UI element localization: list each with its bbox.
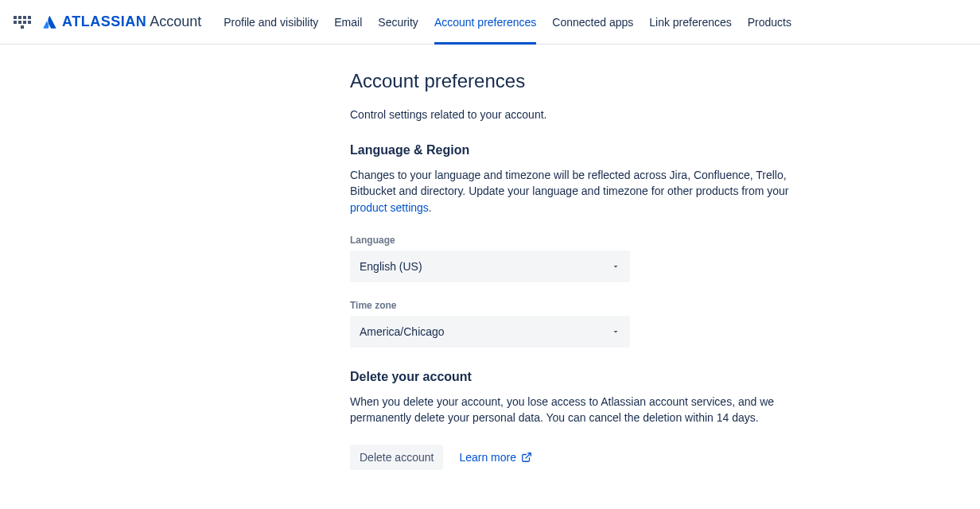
link-text: Learn more: [459, 451, 516, 464]
chevron-down-icon: [609, 260, 622, 273]
delete-account-description: When you delete your account, you lose a…: [350, 394, 811, 426]
nav-connected-apps[interactable]: Connected apps: [552, 0, 633, 44]
external-link-icon: [521, 452, 532, 463]
nav-products[interactable]: Products: [748, 0, 791, 44]
page-title: Account preferences: [350, 70, 853, 92]
svg-line-0: [526, 453, 531, 458]
language-region-description: Changes to your language and timezone wi…: [350, 167, 811, 216]
nav-account-preferences[interactable]: Account preferences: [434, 0, 536, 44]
app-switcher-icon[interactable]: [13, 13, 32, 32]
language-label: Language: [350, 235, 853, 246]
language-select[interactable]: English (US): [350, 251, 630, 282]
nav-item-label: Email: [334, 16, 362, 29]
timezone-select[interactable]: America/Chicago: [350, 316, 630, 348]
timezone-label: Time zone: [350, 300, 853, 311]
product-settings-link[interactable]: product settings: [350, 201, 429, 214]
nav-item-label: Security: [378, 16, 418, 29]
chevron-down-icon: [609, 325, 622, 338]
nav-profile-visibility[interactable]: Profile and visibility: [224, 0, 318, 44]
timezone-value: America/Chicago: [360, 325, 445, 338]
delete-actions: Delete account Learn more: [350, 445, 853, 470]
main-content: Account preferences Control settings rel…: [0, 45, 853, 470]
learn-more-link[interactable]: Learn more: [459, 451, 532, 464]
section-desc-text: Changes to your language and timezone wi…: [350, 169, 789, 197]
nav-security[interactable]: Security: [378, 0, 418, 44]
atlassian-logo-icon: [41, 14, 57, 30]
page-description: Control settings related to your account…: [350, 108, 853, 121]
nav-link-preferences[interactable]: Link preferences: [649, 0, 732, 44]
language-region-title: Language & Region: [350, 143, 853, 157]
brand-suffix: Account: [150, 14, 201, 30]
nav-item-label: Products: [748, 16, 791, 29]
language-value: English (US): [360, 260, 422, 273]
button-label: Delete account: [360, 451, 434, 464]
nav-item-label: Connected apps: [552, 16, 633, 29]
nav-item-label: Account preferences: [434, 16, 536, 29]
delete-account-section: Delete your account When you delete your…: [350, 370, 853, 471]
link-text: product settings: [350, 201, 429, 214]
topbar: ATLASSIAN Account Profile and visibility…: [0, 0, 980, 45]
delete-account-button[interactable]: Delete account: [350, 445, 443, 470]
brand-name: ATLASSIAN: [62, 14, 146, 30]
brand[interactable]: ATLASSIAN Account: [41, 14, 201, 30]
main-nav: Profile and visibility Email Security Ac…: [224, 0, 791, 44]
delete-account-title: Delete your account: [350, 370, 853, 384]
nav-item-label: Link preferences: [649, 16, 732, 29]
section-desc-text: .: [429, 201, 432, 214]
nav-item-label: Profile and visibility: [224, 16, 318, 29]
nav-email[interactable]: Email: [334, 0, 362, 44]
